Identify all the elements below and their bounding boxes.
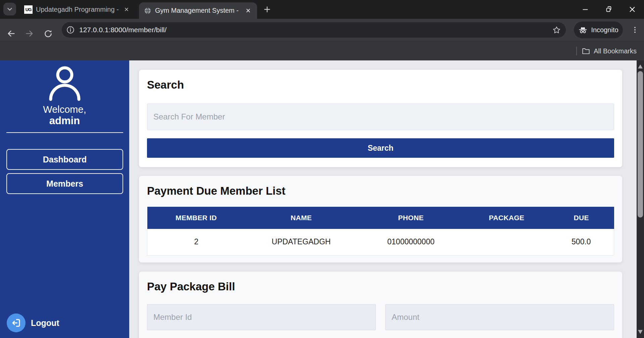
tab-title: Gym Management System - Fitn (155, 7, 240, 14)
scroll-up-arrow-icon[interactable] (638, 64, 643, 68)
bookmarks-separator (576, 47, 577, 55)
tab-gym-management[interactable]: Gym Management System - Fitn (139, 2, 257, 19)
username-text: admin (0, 115, 129, 127)
search-submit-button[interactable]: Search (147, 138, 614, 158)
incognito-badge: Incognito (574, 21, 623, 38)
browser-menu-button[interactable] (628, 22, 642, 37)
close-window-button[interactable] (621, 0, 644, 19)
cell-package (464, 229, 548, 255)
user-avatar-icon (45, 64, 85, 102)
url-text[interactable]: 127.0.0.1:8000/member/bill/ (79, 26, 547, 34)
sidebar-item-dashboard[interactable]: Dashboard (6, 149, 123, 170)
updategadh-favicon-icon: UG (24, 5, 33, 14)
column-header-package: PACKAGE (464, 207, 548, 229)
close-icon (629, 6, 636, 13)
all-bookmarks-label: All Bookmarks (594, 47, 637, 55)
forward-button[interactable] (22, 26, 37, 41)
column-header-due: DUE (549, 207, 614, 229)
reload-icon (44, 29, 53, 38)
all-bookmarks-button[interactable]: All Bookmarks (582, 47, 637, 55)
pay-bill-title: Pay Package Bill (147, 280, 235, 293)
restore-button[interactable] (597, 0, 621, 19)
tab-updategadh[interactable]: UG Updategadh Programming - Up (19, 0, 136, 19)
minimize-icon (582, 6, 589, 13)
globe-icon (144, 7, 152, 15)
new-tab-button[interactable] (261, 3, 273, 15)
browser-toolbar: 127.0.0.1:8000/member/bill/ Incognito (0, 19, 644, 41)
incognito-icon (578, 26, 588, 34)
cell-phone: 01000000000 (357, 229, 464, 255)
search-card: Search Search (139, 70, 622, 167)
column-header-phone: PHONE (357, 207, 464, 229)
back-button[interactable] (4, 26, 18, 41)
logout-icon (7, 313, 26, 332)
plus-icon (263, 5, 271, 13)
minimize-button[interactable] (574, 0, 597, 19)
tab-title: Updategadh Programming - Up (36, 6, 119, 13)
scroll-down-arrow-icon[interactable] (638, 330, 643, 334)
payment-due-card: Payment Due Member List MEMBER ID NAME P… (139, 176, 622, 262)
vertical-scrollbar[interactable] (637, 60, 644, 338)
search-member-input[interactable] (147, 103, 614, 130)
welcome-text: Welcome, (0, 104, 129, 115)
page-content: Welcome, admin Dashboard Members Logout … (0, 60, 644, 338)
sidebar-item-members[interactable]: Members (6, 173, 123, 194)
tab-close-icon[interactable] (122, 5, 131, 14)
window-controls (574, 0, 644, 19)
cell-member-id: 2 (147, 229, 245, 255)
back-arrow-icon (6, 29, 16, 38)
search-card-title: Search (147, 79, 184, 91)
chevron-down-icon (6, 5, 13, 13)
logout-button[interactable]: Logout (7, 313, 59, 332)
table-header-row: MEMBER ID NAME PHONE PACKAGE DUE (147, 207, 614, 229)
main-content: Search Search Payment Due Member List ME… (129, 60, 637, 338)
forward-arrow-icon (25, 29, 34, 38)
tab-search-button[interactable] (3, 3, 16, 15)
pay-bill-card: Pay Package Bill (139, 272, 622, 338)
address-bar[interactable]: 127.0.0.1:8000/member/bill/ (62, 22, 566, 38)
payment-due-title: Payment Due Member List (147, 185, 286, 197)
folder-icon (582, 47, 590, 55)
member-id-input[interactable] (147, 304, 376, 330)
logout-label: Logout (31, 318, 59, 328)
scrollbar-thumb[interactable] (638, 71, 643, 218)
amount-input[interactable] (385, 304, 614, 330)
column-header-member-id: MEMBER ID (147, 207, 245, 229)
column-header-name: NAME (245, 207, 357, 229)
payment-due-table: MEMBER ID NAME PHONE PACKAGE DUE 2 UPDAT… (147, 207, 614, 255)
reload-button[interactable] (41, 26, 55, 41)
site-info-icon[interactable] (62, 26, 79, 34)
table-row: 2 UPDATEGADGH 01000000000 500.0 (147, 229, 614, 255)
tab-close-icon[interactable] (244, 6, 252, 15)
browser-window: UG Updategadh Programming - Up Gym Manag… (0, 0, 644, 338)
restore-icon (605, 6, 612, 13)
incognito-label: Incognito (591, 26, 618, 34)
bookmark-star-icon[interactable] (547, 26, 566, 35)
three-dots-icon (631, 25, 639, 35)
bookmarks-bar: All Bookmarks (0, 41, 644, 60)
sidebar: Welcome, admin Dashboard Members Logout (0, 60, 129, 338)
sidebar-divider (6, 132, 123, 133)
tab-bar: UG Updategadh Programming - Up Gym Manag… (0, 0, 644, 19)
cell-due: 500.0 (549, 229, 614, 255)
cell-name: UPDATEGADGH (245, 229, 357, 255)
